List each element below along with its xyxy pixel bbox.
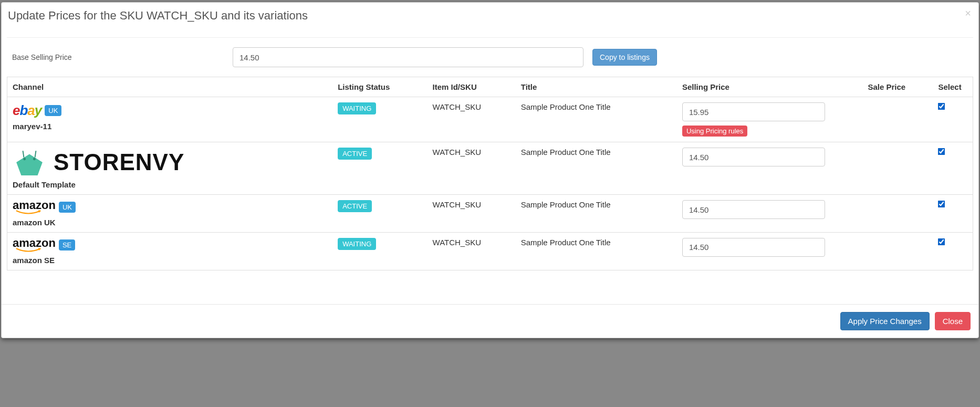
listing-title: Sample Product One Title	[517, 142, 678, 195]
update-prices-modal: Update Prices for the SKU WATCH_SKU and …	[1, 2, 979, 338]
sale-price-cell	[863, 142, 934, 195]
table-row: amazon UKamazon UKACTIVEWATCH_SKUSample …	[7, 195, 973, 233]
col-item-id-sku: Item Id/SKU	[429, 77, 517, 97]
pricing-rules-badge: Using Pricing rules	[682, 126, 747, 137]
listing-status-badge: WAITING	[338, 102, 376, 114]
close-button[interactable]: Close	[935, 312, 971, 330]
amazon-logo-icon: amazon	[13, 238, 56, 253]
region-badge: UK	[59, 202, 76, 213]
region-badge: SE	[59, 239, 75, 251]
table-row: STORENVY Default TemplateACTIVEWATCH_SKU…	[7, 142, 973, 195]
svg-point-1	[33, 158, 36, 160]
base-price-label: Base Selling Price	[7, 53, 233, 61]
channel-name: amazon SE	[13, 256, 329, 265]
col-channel: Channel	[7, 77, 334, 97]
base-price-input[interactable]	[233, 47, 583, 67]
listings-table: Channel Listing Status Item Id/SKU Title…	[7, 77, 973, 270]
modal-title: Update Prices for the SKU WATCH_SKU and …	[8, 9, 971, 23]
selling-price-input[interactable]	[682, 238, 825, 257]
table-row: ebay UKmaryev-11WAITINGWATCH_SKUSample P…	[7, 97, 973, 142]
copy-to-listings-button[interactable]: Copy to listings	[592, 49, 657, 66]
selling-price-input[interactable]	[682, 200, 825, 219]
base-price-row: Base Selling Price Copy to listings	[7, 47, 973, 67]
sale-price-cell	[863, 97, 934, 142]
listing-status-badge: ACTIVE	[338, 200, 372, 212]
listing-status-badge: WAITING	[338, 238, 376, 250]
apply-price-changes-button[interactable]: Apply Price Changes	[840, 312, 930, 330]
sale-price-cell	[863, 232, 934, 270]
sale-price-cell	[863, 195, 934, 233]
item-id-sku: WATCH_SKU	[429, 142, 517, 195]
modal-header: Update Prices for the SKU WATCH_SKU and …	[2, 3, 978, 33]
col-select: Select	[934, 77, 973, 97]
item-id-sku: WATCH_SKU	[429, 232, 517, 270]
select-row-checkbox[interactable]	[938, 103, 945, 110]
col-title: Title	[517, 77, 678, 97]
svg-point-0	[23, 158, 26, 160]
select-row-checkbox[interactable]	[938, 201, 945, 208]
selling-price-input[interactable]	[682, 148, 825, 166]
listing-title: Sample Product One Title	[517, 195, 678, 233]
item-id-sku: WATCH_SKU	[429, 97, 517, 142]
select-row-checkbox[interactable]	[938, 238, 945, 245]
table-row: amazon SEamazon SEWAITINGWATCH_SKUSample…	[7, 232, 973, 270]
channel-name: Default Template	[13, 180, 329, 189]
listing-status-badge: ACTIVE	[338, 148, 372, 160]
channel-name: amazon UK	[13, 218, 329, 227]
select-row-checkbox[interactable]	[938, 148, 945, 155]
region-badge: UK	[45, 105, 61, 116]
listing-title: Sample Product One Title	[517, 97, 678, 142]
item-id-sku: WATCH_SKU	[429, 195, 517, 233]
listing-title: Sample Product One Title	[517, 232, 678, 270]
col-listing-status: Listing Status	[333, 77, 428, 97]
col-sale-price: Sale Price	[863, 77, 934, 97]
modal-close-button[interactable]: ×	[965, 8, 971, 18]
modal-footer: Apply Price Changes Close	[2, 304, 978, 338]
divider	[7, 37, 973, 38]
channel-name: maryev-11	[13, 122, 329, 131]
ebay-logo-icon: ebay	[13, 102, 41, 119]
col-selling-price: Selling Price	[678, 77, 863, 97]
storenvy-logo-icon: STORENVY	[13, 148, 184, 177]
amazon-logo-icon: amazon	[13, 200, 56, 215]
selling-price-input[interactable]	[682, 102, 825, 121]
